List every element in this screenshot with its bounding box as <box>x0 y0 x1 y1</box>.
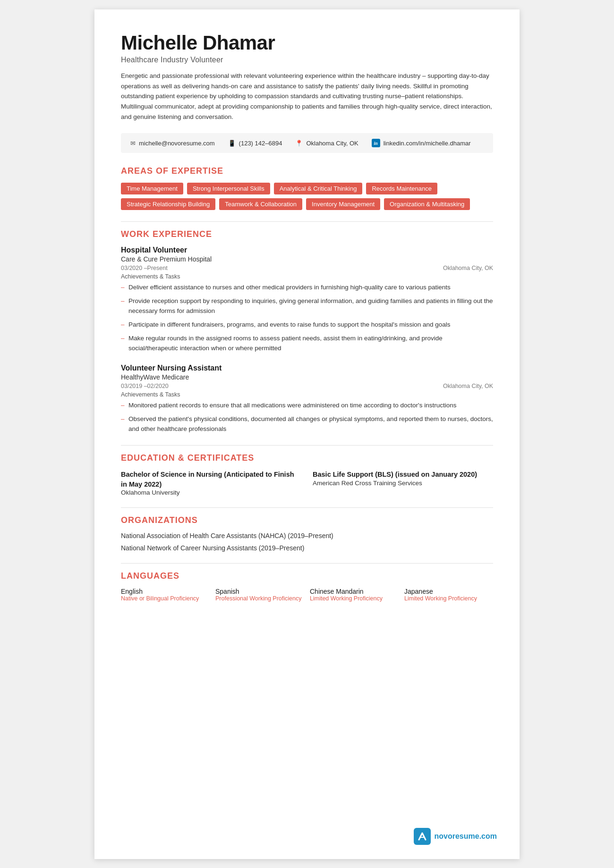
lang-spanish: Spanish Professional Working Proficiency <box>215 588 304 602</box>
novoresume-text: novoresume.com <box>435 832 497 841</box>
divider-edu <box>121 507 493 508</box>
resume-page: Michelle Dhamar Healthcare Industry Volu… <box>94 9 520 859</box>
lang-english: English Native or Bilingual Proficiency <box>121 588 210 602</box>
edu-2-school: American Red Cross Training Services <box>313 480 493 487</box>
tag-interpersonal: Strong Interpersonal Skills <box>187 183 270 194</box>
job-1-location: Oklahoma City, OK <box>443 265 493 271</box>
lang-japanese-name: Japanese <box>404 588 493 595</box>
job-1-title: Hospital Volunteer <box>121 246 493 254</box>
bullet-item: Make regular rounds in the assigned room… <box>121 334 493 354</box>
organizations-section: ORGANIZATIONS National Association of He… <box>121 515 493 552</box>
footer-logo: novoresume.com <box>414 828 497 845</box>
bullet-item: Deliver efficient assistance to nurses a… <box>121 283 493 293</box>
tag-organization: Organization & Multitasking <box>384 198 470 210</box>
expertise-row-2: Strategic Relationship Building Teamwork… <box>121 198 493 210</box>
lang-spanish-level: Professional Working Proficiency <box>215 595 304 602</box>
education-grid: Bachelor of Science in Nursing (Anticipa… <box>121 470 493 496</box>
contact-phone: 📱 (123) 142–6894 <box>228 140 282 147</box>
bullet-item: Observed the patient's physical conditio… <box>121 414 493 434</box>
languages-title: LANGUAGES <box>121 571 493 581</box>
job-2-employer: HealthyWave Medicare <box>121 373 493 381</box>
phone-icon: 📱 <box>228 140 236 147</box>
expertise-title: AREAS OF EXPERTISE <box>121 166 493 176</box>
education-section: EDUCATION & CERTIFICATES Bachelor of Sci… <box>121 453 493 496</box>
tag-analytical: Analytical & Critical Thinking <box>274 183 363 194</box>
expertise-section: AREAS OF EXPERTISE Time Management Stron… <box>121 166 493 210</box>
edu-1-school: Oklahoma University <box>121 489 301 496</box>
edu-item-2: Basic Life Support (BLS) (issued on Janu… <box>313 470 493 496</box>
job-1-achievements-label: Achievements & Tasks <box>121 273 493 280</box>
candidate-title: Healthcare Industry Volunteer <box>121 56 493 64</box>
contact-location: 📍 Oklahoma City, OK <box>295 140 358 147</box>
job-1-bullets: Deliver efficient assistance to nurses a… <box>121 283 493 354</box>
lang-spanish-name: Spanish <box>215 588 304 595</box>
org-item-2: National Network of Career Nursing Assis… <box>121 544 493 552</box>
job-2-achievements-label: Achievements & Tasks <box>121 391 493 398</box>
contact-linkedin: in linkedin.com/in/michelle.dhamar <box>372 139 471 147</box>
job-2-title: Volunteer Nursing Assistant <box>121 364 493 372</box>
bullet-item: Monitored patient records to ensure that… <box>121 401 493 411</box>
novoresume-icon <box>414 828 431 845</box>
job-1-meta: 03/2020 –Present Oklahoma City, OK <box>121 265 493 271</box>
candidate-summary: Energetic and passionate professional wi… <box>121 71 493 122</box>
job-1-employer: Care & Cure Premium Hospital <box>121 255 493 263</box>
lang-mandarin-level: Limited Working Proficiency <box>310 595 399 602</box>
divider-work <box>121 445 493 446</box>
contact-bar: ✉ michelle@novoresume.com 📱 (123) 142–68… <box>121 133 493 153</box>
tag-inventory: Inventory Management <box>306 198 380 210</box>
edu-1-degree: Bachelor of Science in Nursing (Anticipa… <box>121 470 301 489</box>
edu-item-1: Bachelor of Science in Nursing (Anticipa… <box>121 470 301 496</box>
email-icon: ✉ <box>130 140 136 147</box>
organizations-title: ORGANIZATIONS <box>121 515 493 525</box>
job-2-meta: 03/2019 –02/2020 Oklahoma City, OK <box>121 383 493 389</box>
job-2-location: Oklahoma City, OK <box>443 383 493 389</box>
languages-section: LANGUAGES English Native or Bilingual Pr… <box>121 571 493 602</box>
work-experience-title: WORK EXPERIENCE <box>121 229 493 239</box>
tag-relationship: Strategic Relationship Building <box>121 198 215 210</box>
tag-time-management: Time Management <box>121 183 183 194</box>
linkedin-icon: in <box>372 139 380 147</box>
divider-expertise <box>121 221 493 222</box>
bullet-item: Provide reception support by responding … <box>121 296 493 316</box>
org-item-1: National Association of Health Care Assi… <box>121 532 493 539</box>
lang-mandarin: Chinese Mandarin Limited Working Profici… <box>310 588 399 602</box>
location-icon: 📍 <box>295 140 303 147</box>
divider-org <box>121 563 493 564</box>
job-1: Hospital Volunteer Care & Cure Premium H… <box>121 246 493 354</box>
job-1-dates: 03/2020 –Present <box>121 265 168 271</box>
tag-records: Records Maintenance <box>366 183 437 194</box>
expertise-row-1: Time Management Strong Interpersonal Ski… <box>121 183 493 194</box>
job-2: Volunteer Nursing Assistant HealthyWave … <box>121 364 493 434</box>
edu-2-degree: Basic Life Support (BLS) (issued on Janu… <box>313 470 493 479</box>
lang-english-name: English <box>121 588 210 595</box>
lang-japanese-level: Limited Working Proficiency <box>404 595 493 602</box>
lang-japanese: Japanese Limited Working Proficiency <box>404 588 493 602</box>
education-title: EDUCATION & CERTIFICATES <box>121 453 493 463</box>
bullet-item: Participate in different fundraisers, pr… <box>121 320 493 330</box>
lang-english-level: Native or Bilingual Proficiency <box>121 595 210 602</box>
job-2-dates: 03/2019 –02/2020 <box>121 383 169 389</box>
work-experience-section: WORK EXPERIENCE Hospital Volunteer Care … <box>121 229 493 434</box>
lang-mandarin-name: Chinese Mandarin <box>310 588 399 595</box>
contact-email: ✉ michelle@novoresume.com <box>130 140 215 147</box>
job-2-bullets: Monitored patient records to ensure that… <box>121 401 493 434</box>
tag-teamwork: Teamwork & Collaboration <box>219 198 302 210</box>
languages-grid: English Native or Bilingual Proficiency … <box>121 588 493 602</box>
candidate-name: Michelle Dhamar <box>121 32 493 54</box>
